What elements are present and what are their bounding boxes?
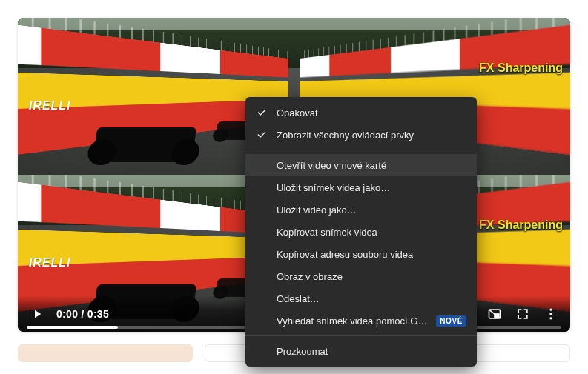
- play-button[interactable]: [28, 305, 46, 323]
- ctx-item-search-frame-google[interactable]: Vyhledat snímek videa pomocí Google NOVÉ: [245, 310, 477, 332]
- fullscreen-button[interactable]: [514, 305, 532, 323]
- ctx-label: Prozkoumat: [277, 346, 328, 357]
- time-display: 0:00 / 0:35: [56, 308, 109, 320]
- svg-point-2: [549, 309, 552, 311]
- ctx-item-copy-frame[interactable]: Kopírovat snímek videa: [245, 221, 477, 243]
- ctx-label: Obraz v obraze: [277, 271, 343, 282]
- picture-in-picture-icon: [487, 307, 502, 321]
- ctx-item-picture-in-picture[interactable]: Obraz v obraze: [245, 265, 477, 287]
- fullscreen-icon: [515, 307, 530, 321]
- play-icon: [30, 307, 44, 321]
- ctx-item-save-frame-as[interactable]: Uložit snímek videa jako…: [245, 176, 477, 198]
- ctx-label: Zobrazit všechny ovládací prvky: [277, 130, 414, 141]
- ctx-label: Opakovat: [277, 107, 318, 118]
- video-context-menu: Opakovat Zobrazit všechny ovládací prvky…: [245, 97, 477, 367]
- progress-played: [27, 326, 118, 329]
- ctx-item-loop[interactable]: Opakovat: [245, 101, 477, 124]
- ctx-item-copy-video-url[interactable]: Kopírovat adresu souboru videa: [245, 243, 477, 265]
- picture-in-picture-button[interactable]: [486, 305, 503, 323]
- ctx-item-inspect[interactable]: Prozkoumat: [245, 340, 477, 362]
- card-accent[interactable]: [18, 344, 193, 362]
- sponsor-text-bottom: IRELLI: [29, 256, 71, 270]
- check-icon: [256, 129, 268, 141]
- ctx-separator: [245, 150, 477, 150]
- ctx-item-open-new-tab[interactable]: Otevřít video v nové kartě: [245, 154, 477, 176]
- check-icon: [256, 107, 268, 118]
- ctx-item-save-video-as[interactable]: Uložit video jako…: [245, 198, 477, 221]
- ctx-label: Uložit snímek videa jako…: [277, 182, 390, 193]
- overlay-sharpening-top: FX Sharpening: [479, 61, 563, 75]
- ctx-label: Kopírovat snímek videa: [277, 227, 377, 238]
- more-vertical-icon: [544, 307, 558, 321]
- app-stage: IRELLI FX Sharpening IRELLI FX Sharpenin…: [0, 0, 588, 374]
- new-badge: NOVÉ: [436, 315, 466, 327]
- ctx-item-show-all-controls[interactable]: Zobrazit všechny ovládací prvky: [245, 124, 477, 146]
- ctx-label: Vyhledat snímek videa pomocí Google: [277, 315, 429, 327]
- ctx-label: Otevřít video v nové kartě: [277, 160, 386, 171]
- overlay-sharpening-bottom: FX Sharpening: [479, 218, 563, 232]
- ctx-label: Kopírovat adresu souboru videa: [277, 249, 413, 260]
- svg-point-4: [549, 317, 552, 319]
- more-options-button[interactable]: [542, 305, 560, 323]
- ctx-separator: [245, 335, 477, 336]
- ctx-item-cast[interactable]: Odeslat…: [245, 287, 477, 310]
- svg-point-3: [549, 313, 552, 315]
- sponsor-text-top: IRELLI: [29, 99, 71, 113]
- ctx-label: Odeslat…: [277, 293, 320, 304]
- ctx-label: Uložit video jako…: [277, 204, 357, 216]
